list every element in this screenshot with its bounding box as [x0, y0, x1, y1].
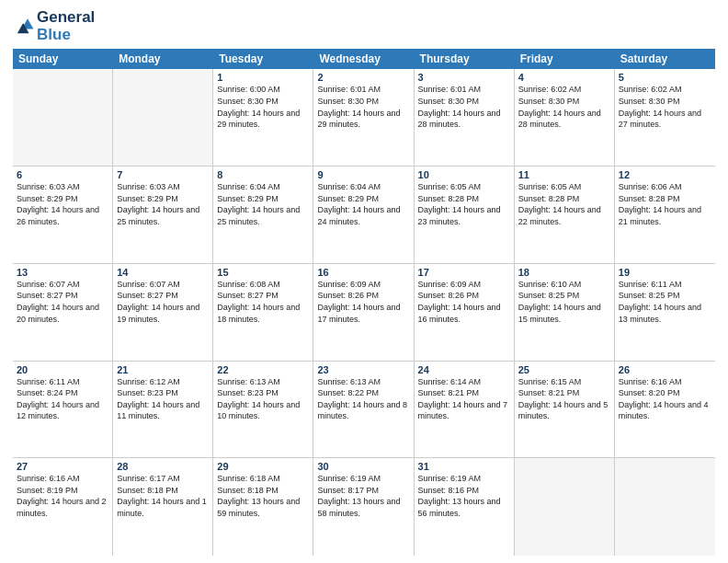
cal-cell: 12Sunrise: 6:06 AM Sunset: 8:28 PM Dayli… — [615, 167, 715, 263]
cell-info: Sunrise: 6:13 AM Sunset: 8:23 PM Dayligh… — [217, 376, 309, 422]
cal-cell: 10Sunrise: 6:05 AM Sunset: 8:28 PM Dayli… — [415, 167, 515, 263]
day-number: 22 — [217, 364, 309, 375]
day-number: 4 — [518, 72, 610, 83]
cell-info: Sunrise: 6:01 AM Sunset: 8:30 PM Dayligh… — [317, 84, 409, 130]
cal-header-cell: Thursday — [415, 49, 515, 69]
day-number: 20 — [17, 364, 108, 375]
cell-info: Sunrise: 6:03 AM Sunset: 8:29 PM Dayligh… — [117, 181, 209, 227]
cell-info: Sunrise: 6:10 AM Sunset: 8:25 PM Dayligh… — [518, 279, 610, 325]
cell-info: Sunrise: 6:06 AM Sunset: 8:28 PM Dayligh… — [619, 181, 711, 227]
cal-cell: 21Sunrise: 6:12 AM Sunset: 8:23 PM Dayli… — [113, 362, 213, 458]
day-number: 13 — [17, 267, 108, 278]
cell-info: Sunrise: 6:02 AM Sunset: 8:30 PM Dayligh… — [619, 84, 711, 130]
cal-cell: 23Sunrise: 6:13 AM Sunset: 8:22 PM Dayli… — [313, 362, 414, 458]
cal-cell: 27Sunrise: 6:16 AM Sunset: 8:19 PM Dayli… — [13, 458, 113, 556]
cal-cell — [13, 69, 113, 166]
cell-info: Sunrise: 6:16 AM Sunset: 8:19 PM Dayligh… — [17, 473, 108, 519]
cell-info: Sunrise: 6:01 AM Sunset: 8:30 PM Dayligh… — [418, 84, 510, 130]
day-number: 25 — [518, 364, 610, 375]
cal-cell: 2Sunrise: 6:01 AM Sunset: 8:30 PM Daylig… — [313, 69, 414, 166]
cal-cell: 14Sunrise: 6:07 AM Sunset: 8:27 PM Dayli… — [113, 264, 213, 361]
cal-cell: 31Sunrise: 6:19 AM Sunset: 8:16 PM Dayli… — [415, 458, 515, 556]
cell-info: Sunrise: 6:09 AM Sunset: 8:26 PM Dayligh… — [317, 279, 409, 325]
cal-row: 27Sunrise: 6:16 AM Sunset: 8:19 PM Dayli… — [13, 458, 715, 556]
cal-cell: 28Sunrise: 6:17 AM Sunset: 8:18 PM Dayli… — [113, 458, 213, 556]
cal-cell — [113, 69, 213, 166]
cal-cell: 29Sunrise: 6:18 AM Sunset: 8:18 PM Dayli… — [213, 458, 313, 556]
day-number: 11 — [518, 169, 610, 180]
header: General Blue — [13, 9, 715, 43]
cal-cell: 20Sunrise: 6:11 AM Sunset: 8:24 PM Dayli… — [13, 362, 113, 458]
cal-cell: 19Sunrise: 6:11 AM Sunset: 8:25 PM Dayli… — [615, 264, 715, 361]
cal-cell — [515, 458, 615, 556]
cal-cell: 5Sunrise: 6:02 AM Sunset: 8:30 PM Daylig… — [615, 69, 715, 166]
cal-cell: 30Sunrise: 6:19 AM Sunset: 8:17 PM Dayli… — [313, 458, 414, 556]
cal-cell — [615, 458, 715, 556]
day-number: 28 — [117, 461, 209, 472]
cell-info: Sunrise: 6:07 AM Sunset: 8:27 PM Dayligh… — [17, 279, 108, 325]
day-number: 3 — [418, 72, 510, 83]
day-number: 17 — [418, 267, 510, 278]
cal-header-cell: Sunday — [13, 49, 113, 69]
cal-header-cell: Tuesday — [213, 49, 313, 69]
cell-info: Sunrise: 6:17 AM Sunset: 8:18 PM Dayligh… — [117, 473, 209, 519]
cell-info: Sunrise: 6:05 AM Sunset: 8:28 PM Dayligh… — [518, 181, 610, 227]
day-number: 12 — [619, 169, 711, 180]
logo-text: General Blue — [37, 9, 95, 43]
day-number: 9 — [317, 169, 409, 180]
cal-header-cell: Wednesday — [313, 49, 414, 69]
cell-info: Sunrise: 6:13 AM Sunset: 8:22 PM Dayligh… — [317, 376, 409, 422]
cal-row: 6Sunrise: 6:03 AM Sunset: 8:29 PM Daylig… — [13, 167, 715, 264]
cal-cell: 11Sunrise: 6:05 AM Sunset: 8:28 PM Dayli… — [515, 167, 615, 263]
day-number: 23 — [317, 364, 409, 375]
cell-info: Sunrise: 6:04 AM Sunset: 8:29 PM Dayligh… — [217, 181, 309, 227]
day-number: 14 — [117, 267, 209, 278]
day-number: 6 — [17, 169, 108, 180]
day-number: 8 — [217, 169, 309, 180]
cal-header-cell: Monday — [113, 49, 213, 69]
cell-info: Sunrise: 6:19 AM Sunset: 8:16 PM Dayligh… — [418, 473, 510, 519]
day-number: 5 — [619, 72, 711, 83]
logo-icon — [13, 16, 35, 38]
day-number: 7 — [117, 169, 209, 180]
day-number: 1 — [217, 72, 309, 83]
cal-cell: 3Sunrise: 6:01 AM Sunset: 8:30 PM Daylig… — [415, 69, 515, 166]
cal-header-cell: Friday — [515, 49, 615, 69]
day-number: 2 — [317, 72, 409, 83]
day-number: 16 — [317, 267, 409, 278]
cell-info: Sunrise: 6:14 AM Sunset: 8:21 PM Dayligh… — [418, 376, 510, 422]
cell-info: Sunrise: 6:04 AM Sunset: 8:29 PM Dayligh… — [317, 181, 409, 227]
cell-info: Sunrise: 6:05 AM Sunset: 8:28 PM Dayligh… — [418, 181, 510, 227]
cell-info: Sunrise: 6:03 AM Sunset: 8:29 PM Dayligh… — [17, 181, 108, 227]
cal-cell: 9Sunrise: 6:04 AM Sunset: 8:29 PM Daylig… — [313, 167, 414, 263]
cell-info: Sunrise: 6:15 AM Sunset: 8:21 PM Dayligh… — [518, 376, 610, 422]
cal-cell: 4Sunrise: 6:02 AM Sunset: 8:30 PM Daylig… — [515, 69, 615, 166]
cell-info: Sunrise: 6:16 AM Sunset: 8:20 PM Dayligh… — [619, 376, 711, 422]
cell-info: Sunrise: 6:08 AM Sunset: 8:27 PM Dayligh… — [217, 279, 309, 325]
cal-cell: 6Sunrise: 6:03 AM Sunset: 8:29 PM Daylig… — [13, 167, 113, 263]
cell-info: Sunrise: 6:18 AM Sunset: 8:18 PM Dayligh… — [217, 473, 309, 519]
day-number: 24 — [418, 364, 510, 375]
cell-info: Sunrise: 6:19 AM Sunset: 8:17 PM Dayligh… — [317, 473, 409, 519]
day-number: 18 — [518, 267, 610, 278]
cal-cell: 13Sunrise: 6:07 AM Sunset: 8:27 PM Dayli… — [13, 264, 113, 361]
day-number: 26 — [619, 364, 711, 375]
cal-cell: 26Sunrise: 6:16 AM Sunset: 8:20 PM Dayli… — [615, 362, 715, 458]
day-number: 29 — [217, 461, 309, 472]
cal-cell: 25Sunrise: 6:15 AM Sunset: 8:21 PM Dayli… — [515, 362, 615, 458]
day-number: 30 — [317, 461, 409, 472]
cell-info: Sunrise: 6:09 AM Sunset: 8:26 PM Dayligh… — [418, 279, 510, 325]
cal-cell: 15Sunrise: 6:08 AM Sunset: 8:27 PM Dayli… — [213, 264, 313, 361]
calendar: SundayMondayTuesdayWednesdayThursdayFrid… — [13, 49, 715, 556]
cell-info: Sunrise: 6:12 AM Sunset: 8:23 PM Dayligh… — [117, 376, 209, 422]
cal-row: 20Sunrise: 6:11 AM Sunset: 8:24 PM Dayli… — [13, 362, 715, 459]
cal-cell: 1Sunrise: 6:00 AM Sunset: 8:30 PM Daylig… — [213, 69, 313, 166]
day-number: 15 — [217, 267, 309, 278]
cal-cell: 24Sunrise: 6:14 AM Sunset: 8:21 PM Dayli… — [415, 362, 515, 458]
cal-cell: 22Sunrise: 6:13 AM Sunset: 8:23 PM Dayli… — [213, 362, 313, 458]
cal-row: 13Sunrise: 6:07 AM Sunset: 8:27 PM Dayli… — [13, 264, 715, 362]
day-number: 27 — [17, 461, 108, 472]
day-number: 31 — [418, 461, 510, 472]
cell-info: Sunrise: 6:11 AM Sunset: 8:24 PM Dayligh… — [17, 376, 108, 422]
cell-info: Sunrise: 6:11 AM Sunset: 8:25 PM Dayligh… — [619, 279, 711, 325]
